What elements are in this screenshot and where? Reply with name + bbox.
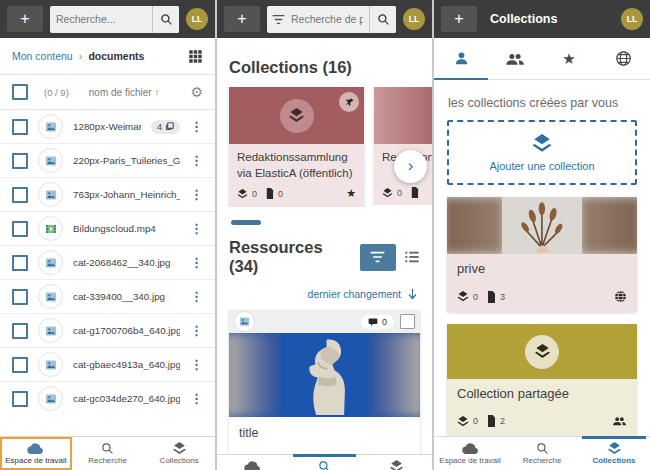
image-file-icon [38,386,63,411]
favorite-star-icon[interactable]: ★ [346,187,356,200]
resource-thumbnail [229,333,420,417]
bottom-nav: Espace de travail Recherche Collections [0,436,215,470]
tab-favorite-collections[interactable]: ★ [542,38,596,79]
gear-icon[interactable]: ⚙ [190,85,203,99]
person-icon [453,50,470,67]
table-row[interactable]: cat-gc034de270_640.jpg ⋮ [0,382,215,415]
table-row[interactable]: cat-gbaec4913a_640.jpg ⋮ [0,348,215,382]
comment-icon [368,318,378,326]
add-button[interactable]: + [7,6,43,32]
nav-search[interactable]: Recherche [506,437,578,470]
resource-card[interactable]: 0 title [229,310,420,454]
search-submit-button[interactable] [369,6,396,33]
filter-icon[interactable] [272,14,285,25]
carousel-next-button[interactable]: › [394,150,427,183]
avatar[interactable]: LL [403,8,425,30]
selection-count: (0 / 9) [44,87,69,98]
tab-my-collections[interactable] [434,38,488,79]
search-input[interactable] [285,13,369,25]
collection-card[interactable]: Redaktions Sammlung 0 [374,87,432,207]
table-row[interactable]: 763px-Johann_Heinrich_V ⋮ [0,178,215,212]
row-menu-icon[interactable]: ⋮ [190,290,203,303]
search-input[interactable] [50,13,152,25]
row-menu-icon[interactable]: ⋮ [190,256,203,269]
avatar[interactable]: LL [621,8,643,30]
layers-count-icon [237,189,248,199]
layers-icon [280,99,314,133]
row-checkbox[interactable] [12,323,28,339]
row-menu-icon[interactable]: ⋮ [190,324,203,337]
resource-checkbox[interactable] [400,314,415,329]
image-file-icon [38,114,63,139]
bottom-nav: Espace de travail Recherche Collections [217,454,432,470]
table-row[interactable]: Bildungscloud.mp4 ⋮ [0,212,215,246]
row-checkbox[interactable] [12,289,28,305]
nav-collections[interactable]: Collections [360,455,432,470]
documents-count-icon [265,188,274,199]
row-menu-icon[interactable]: ⋮ [190,358,203,371]
workspace-panel: + LL Mon contenu › documents (0 / 9) nom… [0,0,217,470]
row-menu-icon[interactable]: ⋮ [190,154,203,167]
search-submit-button[interactable] [152,6,179,33]
collection-thumbnail [447,197,637,254]
star-icon: ★ [562,51,575,66]
shared-people-icon [612,415,627,427]
add-button[interactable]: + [441,6,477,32]
nav-collections[interactable]: Collections [578,437,650,470]
image-file-icon [38,284,63,309]
tab-shared-collections[interactable] [488,38,542,79]
tab-public-collections[interactable] [596,38,650,79]
collections-heading: Collections (16) [229,58,420,77]
collections-tabs: ★ [434,38,650,80]
add-collection-button[interactable]: Ajouter une collection [447,120,637,185]
avatar[interactable]: LL [186,8,208,30]
collection-card[interactable]: prive 0 3 [447,197,637,312]
row-menu-icon[interactable]: ⋮ [190,392,203,405]
grid-view-icon[interactable] [188,49,203,64]
table-row[interactable]: cat-2068462__340.jpg ⋮ [0,246,215,280]
row-checkbox[interactable] [12,255,28,271]
nav-workspace[interactable]: Espace de travail [434,437,506,470]
search-bar [267,6,396,33]
table-row[interactable]: 220px-Paris_Tuileries_Gar ⋮ [0,144,215,178]
nav-workspace[interactable]: Espace de travail [217,455,289,470]
select-all-checkbox[interactable] [12,84,28,100]
search-icon [101,442,114,455]
row-checkbox[interactable] [12,357,28,373]
row-checkbox[interactable] [12,187,28,203]
collection-card[interactable]: Redaktionssammlung via ElasticA (öffentl… [229,87,364,207]
table-row[interactable]: cat-g1700706b4_640.jpg ⋮ [0,314,215,348]
nav-collections[interactable]: Collections [143,437,215,470]
row-checkbox[interactable] [12,221,28,237]
pin-icon[interactable] [339,92,359,112]
row-checkbox[interactable] [12,153,28,169]
resource-title: title [229,417,420,454]
collections-carousel[interactable]: Redaktionssammlung via ElasticA (öffentl… [217,87,432,207]
table-row[interactable]: 1280px-Weimar- 4 ⋮ [0,110,215,144]
sort-column-label[interactable]: nom de fichier ↑ [89,87,160,98]
list-view-icon[interactable] [404,250,420,264]
comment-count-badge: 0 [361,315,394,329]
row-checkbox[interactable] [12,391,28,407]
nav-search[interactable]: Recherche [72,437,144,470]
documents-count-icon [410,187,419,198]
collection-card[interactable]: Collection partagée 0 2 [447,324,637,436]
nav-search[interactable]: Recherche [289,455,361,470]
row-menu-icon[interactable]: ⋮ [190,188,203,201]
row-menu-icon[interactable]: ⋮ [190,222,203,235]
search-bar [50,6,179,33]
video-file-icon [38,216,63,241]
nav-workspace[interactable]: Espace de travail [0,437,72,470]
filter-button[interactable] [360,244,396,271]
carousel-scrollbar-thumb[interactable] [231,220,261,225]
people-icon [505,51,525,67]
search-panel: + LL Collections (16) Redaktionssammlung… [217,0,434,470]
breadcrumb-root-link[interactable]: Mon contenu [12,50,73,62]
copies-icon [165,122,174,131]
sort-control[interactable]: dernier changement [217,276,432,300]
image-file-icon [38,318,63,343]
row-checkbox[interactable] [12,119,28,135]
add-button[interactable]: + [224,6,260,32]
row-menu-icon[interactable]: ⋮ [190,120,203,133]
table-row[interactable]: cat-339400__340.jpg ⋮ [0,280,215,314]
